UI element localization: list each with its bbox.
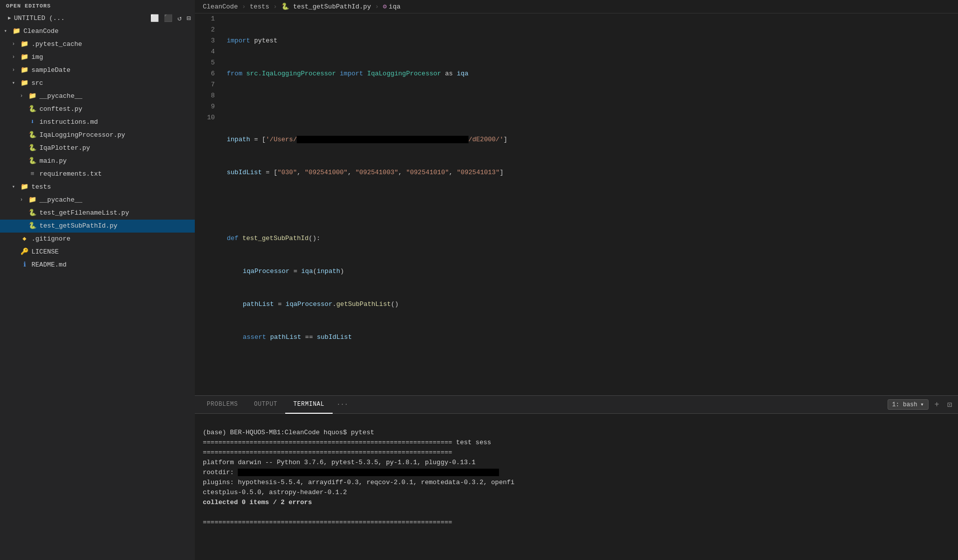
sidebar-item-conftest[interactable]: 🐍 conftest.py — [0, 103, 195, 116]
sidebar-item-cleancode[interactable]: ▾ 📁 CleanCode — [0, 25, 195, 38]
terminal-rootdir: rootdir: ███████████████████████████████… — [203, 469, 499, 476]
sidebar-item-label: img — [31, 52, 43, 63]
breadcrumb-item-tests: tests — [250, 3, 269, 10]
terminal-controls: 1: bash ▾ + ⊡ — [888, 399, 954, 411]
refresh-icon[interactable]: ↺ — [177, 13, 181, 24]
git-icon: ◆ — [20, 235, 29, 244]
editor-area: CleanCode › tests › 🐍 test_getSubPathId.… — [195, 0, 958, 560]
sidebar-item-test-getfilename[interactable]: 🐍 test_getFilenameList.py — [0, 207, 195, 220]
chevron-right-icon: › — [12, 52, 20, 63]
sidebar-item-iqalogging[interactable]: 🐍 IqaLoggingProcessor.py — [0, 129, 195, 142]
untitled-chevron: ▶ — [8, 13, 11, 24]
new-folder-icon[interactable]: ⬛ — [164, 13, 172, 24]
chevron-right-icon: › — [12, 39, 20, 50]
sidebar-item-src[interactable]: ▾ 📁 src — [0, 77, 195, 90]
open-editors-header: OPEN EDITORS — [0, 0, 195, 12]
code-line-10: assert pathList == subIdList — [227, 332, 954, 343]
untitled-label: UNTITLED (... — [14, 13, 64, 24]
terminal-plugins: plugins: hypothesis-5.5.4, arraydiff-0.3… — [203, 479, 514, 486]
breadcrumb: CleanCode › tests › 🐍 test_getSubPathId.… — [195, 0, 958, 13]
sidebar-item-pytest-cache[interactable]: › 📁 .pytest_cache — [0, 38, 195, 51]
folder-icon: 📁 — [20, 53, 29, 62]
code-editor[interactable]: 1 2 3 4 5 6 7 8 9 10 import pytest from … — [195, 13, 958, 395]
sidebar-item-sampledate[interactable]: › 📁 sampleDate — [0, 64, 195, 77]
sidebar-item-label: sampleDate — [31, 65, 70, 76]
sidebar-item-label: test_getSubPathId.py — [39, 221, 117, 232]
sidebar: OPEN EDITORS ▶ UNTITLED (... ⬜ ⬛ ↺ ⊟ ▾ 📁… — [0, 0, 195, 560]
sidebar-item-label: IqaLoggingProcessor.py — [39, 130, 125, 141]
terminal-panel: PROBLEMS OUTPUT TERMINAL ··· 1: bash ▾ +… — [195, 395, 958, 560]
sidebar-item-label: IqaPlotter.py — [39, 143, 90, 154]
sidebar-item-requirements[interactable]: ≡ requirements.txt — [0, 168, 195, 181]
terminal-sep-2: ========================================… — [203, 449, 452, 456]
sidebar-item-pycache-tests[interactable]: › 📁 __pycache__ — [0, 194, 195, 207]
sidebar-item-test-getsubpathid[interactable]: 🐍 test_getSubPathId.py — [0, 220, 195, 233]
collapse-icon[interactable]: ⊟ — [187, 13, 191, 24]
python-icon: 🐍 — [28, 222, 37, 231]
code-line-2: from src.IqaLoggingProcessor import IqaL… — [227, 68, 954, 79]
sidebar-item-label: src — [31, 78, 43, 89]
breadcrumb-item-symbol: ⚙ iqa — [383, 2, 401, 10]
chevron-right-icon: › — [12, 65, 20, 76]
sidebar-item-tests[interactable]: ▾ 📁 tests — [0, 181, 195, 194]
split-terminal-button[interactable]: ⊡ — [945, 399, 954, 411]
python-icon: 🐍 — [28, 105, 37, 114]
python-icon: 🐍 — [28, 157, 37, 166]
breadcrumb-item-cleancode: CleanCode — [203, 3, 238, 10]
chevron-right-icon: › — [20, 91, 28, 102]
tab-terminal[interactable]: TERMINAL — [285, 396, 332, 414]
tab-output[interactable]: OUTPUT — [246, 396, 285, 414]
chevron-down-icon: ▾ — [12, 78, 20, 89]
code-line-9: pathList = iqaProcessor.getSubPathList() — [227, 299, 954, 310]
terminal-prompt: (base) BER-HQUOS-MB1:CleanCode hquos$ py… — [203, 429, 374, 436]
sidebar-item-label: requirements.txt — [39, 169, 102, 180]
tab-problems[interactable]: PROBLEMS — [199, 396, 246, 414]
symbol-icon: ⚙ — [383, 2, 387, 10]
sidebar-item-label: .gitignore — [31, 234, 70, 245]
sidebar-item-main[interactable]: 🐍 main.py — [0, 155, 195, 168]
add-terminal-button[interactable]: + — [933, 399, 942, 410]
folder-icon: 📁 — [28, 92, 37, 101]
sidebar-item-readme[interactable]: ℹ README.md — [0, 259, 195, 272]
folder-icon: 📁 — [28, 196, 37, 205]
open-editors-label: OPEN EDITORS — [6, 3, 51, 9]
python-icon: 🐍 — [28, 209, 37, 218]
chevron-down-icon: ▾ — [4, 26, 12, 37]
sidebar-item-label: main.py — [39, 156, 67, 167]
folder-icon: 📁 — [20, 183, 29, 192]
breadcrumb-item-file: 🐍 test_getSubPathId.py — [281, 2, 371, 10]
python-file-icon: 🐍 — [281, 3, 289, 10]
sidebar-item-label: __pycache__ — [39, 91, 82, 102]
sidebar-item-img[interactable]: › 📁 img — [0, 51, 195, 64]
sidebar-item-label: README.md — [31, 260, 66, 271]
sidebar-item-gitignore[interactable]: ◆ .gitignore — [0, 233, 195, 246]
terminal-sep-1: ========================================… — [203, 439, 491, 446]
folder-icon: 📁 — [20, 79, 29, 88]
code-content[interactable]: import pytest from src.IqaLoggingProcess… — [223, 13, 958, 395]
sidebar-item-label: .pytest_cache — [31, 39, 82, 50]
terminal-platform: platform darwin -- Python 3.7.6, pytest-… — [203, 459, 476, 466]
code-line-4: inpath = ['/Users/██████████████████████… — [227, 134, 954, 145]
python-icon: 🐍 — [28, 131, 37, 140]
license-icon: 🔑 — [20, 248, 29, 257]
sidebar-item-pycache-src[interactable]: › 📁 __pycache__ — [0, 90, 195, 103]
sidebar-item-iqaplotter[interactable]: 🐍 IqaPlotter.py — [0, 142, 195, 155]
code-line-8: iqaProcessor = iqa(inpath) — [227, 266, 954, 277]
readme-icon: ℹ — [20, 261, 29, 270]
folder-icon: 📁 — [20, 66, 29, 75]
sidebar-item-license[interactable]: 🔑 LICENSE — [0, 246, 195, 259]
sidebar-item-instructions[interactable]: ⬇ instructions.md — [0, 116, 195, 129]
code-line-3 — [227, 101, 954, 112]
folder-icon: 📁 — [12, 27, 21, 36]
sidebar-item-label: test_getFilenameList.py — [39, 208, 129, 219]
tab-more[interactable]: ··· — [333, 401, 352, 408]
new-file-icon[interactable]: ⬜ — [150, 13, 159, 24]
sidebar-item-label: conftest.py — [39, 104, 82, 115]
sidebar-item-label: instructions.md — [39, 117, 98, 128]
untitled-bar[interactable]: ▶ UNTITLED (... ⬜ ⬛ ↺ ⊟ — [0, 12, 195, 25]
download-icon: ⬇ — [28, 118, 37, 127]
bash-selector[interactable]: 1: bash ▾ — [888, 399, 929, 410]
chevron-right-icon: › — [20, 195, 28, 206]
sidebar-item-label: LICENSE — [31, 247, 59, 258]
terminal-content[interactable]: (base) BER-HQUOS-MB1:CleanCode hquos$ py… — [195, 414, 958, 560]
